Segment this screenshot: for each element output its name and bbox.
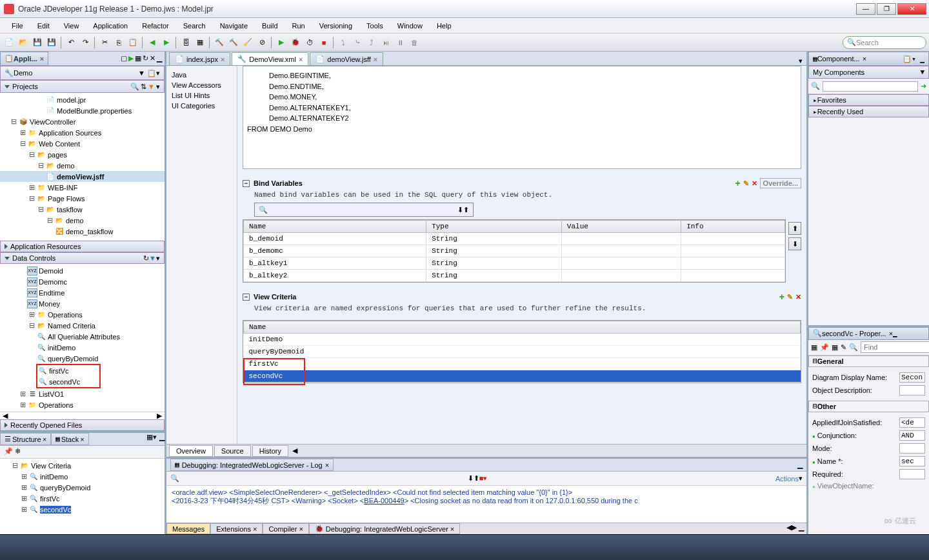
menu-application[interactable]: Application — [86, 21, 134, 31]
menu-refactor[interactable]: Refactor — [135, 21, 175, 31]
tree-item[interactable]: 🔍queryByDemoid — [0, 353, 165, 364]
prop-find-icon[interactable]: 🔍 — [849, 343, 858, 352]
filter-icon[interactable]: 🔍 — [130, 83, 139, 91]
tree-item-secondvc[interactable]: 🔍secondVc — [37, 376, 99, 387]
add-vc-icon[interactable]: + — [779, 292, 784, 302]
minimize-button[interactable]: — — [856, 3, 875, 15]
tree-item[interactable]: ⊟📂Page Flows — [0, 193, 165, 204]
component-palette-tab[interactable]: ▦ Component... × 📋▾ ▁ — [808, 52, 929, 66]
menu-search[interactable]: Search — [177, 21, 212, 31]
stack-tab[interactable]: ▦ Stack × — [51, 433, 89, 445]
messages-tab[interactable]: Messages — [166, 523, 210, 534]
resource-icon[interactable]: 📋 — [903, 55, 912, 63]
debug-log-tab[interactable]: ▦ Debugging: IntegratedWebLogicServer - … — [170, 459, 334, 471]
tree-item[interactable]: ⊟📂pages — [0, 149, 165, 160]
nav-toggle-icon[interactable]: ▢ — [121, 54, 127, 63]
side-item[interactable]: Java — [169, 70, 234, 80]
prop-edit-icon[interactable]: ✎ — [841, 343, 846, 352]
menu-window[interactable]: Window — [391, 21, 429, 31]
nav-run-icon[interactable]: ▶ — [128, 54, 134, 63]
tree-item[interactable]: XYZDemoid — [0, 265, 165, 276]
component-go-icon[interactable]: ➜ — [921, 82, 926, 90]
struct-item[interactable]: ⊞🔍firstVc — [1, 493, 163, 504]
new-icon[interactable]: 📄 — [3, 36, 15, 49]
name-input[interactable] — [899, 456, 925, 466]
conjunction-input[interactable] — [899, 430, 925, 441]
working-set-icon[interactable]: ▼ — [148, 83, 155, 91]
cancel-build-icon[interactable]: ⊘ — [255, 36, 268, 49]
debug-actions[interactable]: Actions — [775, 475, 799, 483]
prop-pin-icon[interactable]: 📌 — [820, 343, 829, 352]
rebuild-icon[interactable]: 🔨 — [227, 36, 240, 49]
data-controls-header[interactable]: Data Controls ↻ ▼ ▾ — [0, 252, 165, 264]
delete-bind-icon[interactable]: ✕ — [752, 179, 757, 188]
tree-item[interactable]: ⊟📂Named Criteria — [0, 320, 165, 331]
dc-filter-icon[interactable]: ▼ — [149, 254, 156, 262]
nav-minimize-icon[interactable]: ▁ — [157, 54, 162, 63]
cut-icon[interactable]: ✂ — [98, 36, 111, 49]
overview-tab[interactable]: Overview — [169, 445, 213, 457]
mode-input[interactable] — [899, 443, 925, 454]
side-item[interactable]: View Accessors — [169, 80, 234, 90]
required-input[interactable] — [899, 469, 925, 479]
recently-used-header[interactable]: ▸ Recently Used — [808, 106, 929, 117]
debug-minimize-icon[interactable]: ▁ — [797, 461, 803, 469]
step-out-icon[interactable]: ⤴ — [365, 36, 378, 49]
menu-versioning[interactable]: Versioning — [313, 21, 359, 31]
debugging-server-tab[interactable]: 🐞Debugging: IntegratedWebLogicServer × — [309, 523, 460, 534]
save-icon[interactable]: 💾 — [31, 36, 44, 49]
redo-icon[interactable]: ↷ — [79, 36, 92, 49]
menu-file[interactable]: File — [5, 21, 30, 31]
tree-item[interactable]: ⊞☰ListVO1 — [0, 388, 165, 399]
diagram-name-input[interactable] — [899, 372, 925, 383]
pause-icon[interactable]: ⏸ — [394, 36, 406, 49]
menu-tools[interactable]: Tools — [360, 21, 390, 31]
tab-list-icon[interactable]: ▾ — [795, 57, 806, 65]
db-icon[interactable]: 🗄 — [179, 36, 192, 49]
add-bind-icon[interactable]: + — [735, 178, 740, 188]
tree-item[interactable]: ⊞📁Operations — [0, 309, 165, 320]
maximize-button[interactable]: ❐ — [877, 3, 896, 15]
app-resources-header[interactable]: Application Resources — [0, 241, 165, 252]
structure-minimize-icon[interactable]: ▁ — [159, 433, 165, 445]
compiler-tab[interactable]: Compiler × — [263, 523, 308, 534]
debug-search-icon[interactable]: 🔍 — [170, 474, 179, 483]
tree-item[interactable]: 📄model.jpr — [0, 94, 165, 105]
freeze-icon[interactable]: ❄ — [15, 447, 21, 455]
side-item[interactable]: List UI Hints — [169, 90, 234, 101]
view-criteria-header[interactable]: −View Criteria + ✎ ✕ — [243, 292, 801, 302]
debug-stop-icon[interactable]: ■▾ — [479, 474, 488, 483]
bind-variables-header[interactable]: −Bind Variables + ✎ ✕ Override... — [243, 178, 801, 188]
debug-icon[interactable]: 🐞 — [289, 36, 302, 49]
edit-bind-icon[interactable]: ✎ — [743, 179, 749, 188]
move-up-icon[interactable]: ⬆ — [788, 222, 801, 235]
edit-vc-icon[interactable]: ✎ — [787, 293, 793, 301]
stop-icon[interactable]: ■ — [317, 36, 330, 49]
delete-vc-icon[interactable]: ✕ — [795, 293, 801, 301]
tree-item[interactable]: ⊟📂taskflow — [0, 204, 165, 215]
structure-tab[interactable]: ☰ Structure × — [0, 433, 51, 445]
paste-icon[interactable]: 📋 — [126, 36, 139, 49]
tree-item[interactable]: 🔍initDemo — [0, 342, 165, 353]
struct-root[interactable]: ⊟📂View Criteria — [1, 460, 163, 471]
nav-icon[interactable]: ▦ — [135, 54, 141, 63]
editor-tab[interactable]: 📄index.jspx× — [169, 52, 230, 65]
tree-item[interactable]: ⊞📁Operations — [0, 399, 165, 410]
step-into-icon[interactable]: ⤷ — [351, 36, 364, 49]
override-button[interactable]: Override... — [760, 178, 801, 188]
other-section[interactable]: ⊟ Other — [808, 401, 929, 412]
source-tab[interactable]: Source — [214, 445, 251, 457]
view-criteria-table[interactable]: Name initDemo queryByDemoid firstVc seco… — [243, 320, 801, 383]
tree-item[interactable]: XYZEndtime — [0, 287, 165, 298]
tree-item[interactable]: ⊞📁WEB-INF — [0, 182, 165, 193]
side-item[interactable]: UI Categories — [169, 101, 234, 111]
copy-icon[interactable]: ⎘ — [112, 36, 125, 49]
tree-item[interactable]: ⊟📦ViewController — [0, 116, 165, 127]
close-button[interactable]: ✕ — [897, 3, 926, 15]
tree-item[interactable]: ⊟📂demo — [0, 215, 165, 226]
undo-icon[interactable]: ↶ — [65, 36, 77, 49]
menu-run[interactable]: Run — [286, 21, 312, 31]
menu-navigate[interactable]: Navigate — [214, 21, 254, 31]
trash-icon[interactable]: 🗑 — [408, 36, 421, 49]
nav-refresh-icon[interactable]: ↻ — [143, 54, 148, 63]
